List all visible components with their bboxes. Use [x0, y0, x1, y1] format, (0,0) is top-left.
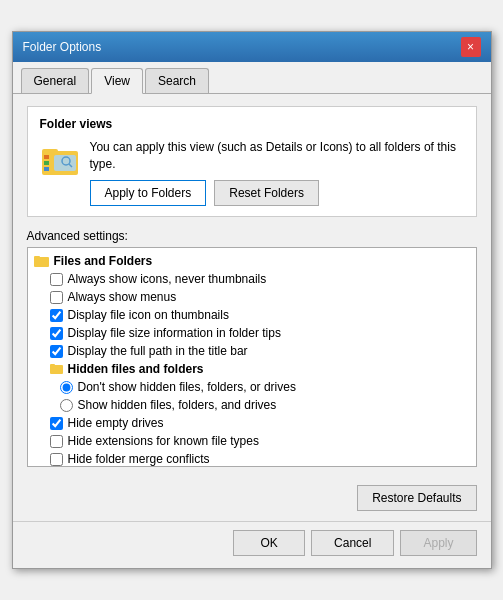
item-label: Hide extensions for known file types: [68, 434, 259, 448]
svg-rect-7: [44, 167, 49, 171]
subgroup-hidden-files: Hidden files and folders: [28, 360, 476, 378]
tab-content: Folder views: [13, 94, 491, 480]
group-header-files-and-folders: Files and Folders: [28, 252, 476, 270]
restore-defaults-row: Restore Defaults: [13, 479, 491, 517]
list-item: Display file size information in folder …: [28, 324, 476, 342]
item-label: Always show icons, never thumbnails: [68, 272, 267, 286]
tab-bar: General View Search: [13, 62, 491, 94]
reset-folders-button[interactable]: Reset Folders: [214, 180, 319, 206]
svg-rect-5: [44, 155, 49, 159]
list-item: Always show menus: [28, 288, 476, 306]
folder-views-title: Folder views: [40, 117, 464, 131]
checkbox-display-file-size[interactable]: [50, 327, 63, 340]
svg-rect-1: [42, 149, 58, 155]
dialog-title: Folder Options: [23, 40, 102, 54]
item-label: Display file size information in folder …: [68, 326, 281, 340]
item-label: Hide folder merge conflicts: [68, 452, 210, 466]
checkbox-hide-empty-drives[interactable]: [50, 417, 63, 430]
item-label: Don't show hidden files, folders, or dri…: [78, 380, 296, 394]
title-bar: Folder Options ×: [13, 32, 491, 62]
list-item: Hide empty drives: [28, 414, 476, 432]
apply-button[interactable]: Apply: [400, 530, 476, 556]
list-item: Hide extensions for known file types: [28, 432, 476, 450]
folder-views-section: Folder views: [27, 106, 477, 218]
list-item: Hide folder merge conflicts: [28, 450, 476, 467]
folder-views-description: You can apply this view (such as Details…: [90, 139, 464, 173]
tab-search[interactable]: Search: [145, 68, 209, 93]
svg-rect-9: [34, 256, 40, 260]
item-label: Always show menus: [68, 290, 177, 304]
list-item: Always show icons, never thumbnails: [28, 270, 476, 288]
item-label: Show hidden files, folders, and drives: [78, 398, 277, 412]
checkbox-display-full-path[interactable]: [50, 345, 63, 358]
svg-rect-11: [50, 364, 55, 367]
list-item: Display the full path in the title bar: [28, 342, 476, 360]
folder-views-right: You can apply this view (such as Details…: [90, 139, 464, 207]
checkbox-always-show-menus[interactable]: [50, 291, 63, 304]
folder-options-dialog: Folder Options × General View Search Fol…: [12, 31, 492, 570]
subgroup-label: Hidden files and folders: [68, 362, 204, 376]
list-item: Don't show hidden files, folders, or dri…: [28, 378, 476, 396]
tab-view[interactable]: View: [91, 68, 143, 94]
checkbox-always-show-icons[interactable]: [50, 273, 63, 286]
radio-dont-show-hidden[interactable]: [60, 381, 73, 394]
item-label: Hide empty drives: [68, 416, 164, 430]
tab-general[interactable]: General: [21, 68, 90, 93]
checkbox-hide-extensions[interactable]: [50, 435, 63, 448]
radio-show-hidden[interactable]: [60, 399, 73, 412]
checkbox-display-file-icon[interactable]: [50, 309, 63, 322]
list-item: Show hidden files, folders, and drives: [28, 396, 476, 414]
folder-views-buttons: Apply to Folders Reset Folders: [90, 180, 464, 206]
folder-views-inner: You can apply this view (such as Details…: [40, 139, 464, 207]
close-button[interactable]: ×: [461, 37, 481, 57]
cancel-button[interactable]: Cancel: [311, 530, 394, 556]
group-label-files-and-folders: Files and Folders: [54, 254, 153, 268]
settings-list: Files and Folders Always show icons, nev…: [28, 248, 476, 467]
list-item: Display file icon on thumbnails: [28, 306, 476, 324]
item-label: Display file icon on thumbnails: [68, 308, 229, 322]
dialog-footer: OK Cancel Apply: [13, 521, 491, 568]
settings-list-container[interactable]: Files and Folders Always show icons, nev…: [27, 247, 477, 467]
advanced-settings-label: Advanced settings:: [27, 229, 477, 243]
item-label: Display the full path in the title bar: [68, 344, 248, 358]
checkbox-hide-folder-merge[interactable]: [50, 453, 63, 466]
svg-rect-6: [44, 161, 49, 165]
apply-to-folders-button[interactable]: Apply to Folders: [90, 180, 207, 206]
restore-defaults-button[interactable]: Restore Defaults: [357, 485, 476, 511]
ok-button[interactable]: OK: [233, 530, 305, 556]
folder-icon: [40, 141, 80, 177]
